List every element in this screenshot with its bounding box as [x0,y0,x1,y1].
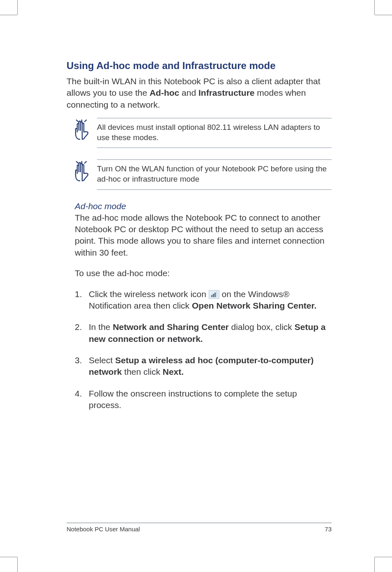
footer-title: Notebook PC User Manual [67,526,140,533]
adhoc-subheading: Ad-hoc mode [75,201,332,211]
adhoc-body: The ad-hoc mode allows the Notebook PC t… [75,212,332,258]
section-title: Using Ad-hoc mode and Infrastructure mod… [67,60,332,72]
bold-adhoc: Ad-hoc [150,88,179,97]
text: In the [89,322,113,332]
note-block-2: Turn ON the WLAN function of your Notebo… [72,159,332,189]
step-4: Follow the onscreen instructions to comp… [75,388,332,411]
text: dialog box, click [229,322,295,332]
note-text-1: All devices must install optional 802.11… [97,118,332,148]
text: Select [89,355,115,365]
step-1: Click the wireless network icon on the W… [75,288,332,312]
bold-open-network: Open Network Sharing Center. [192,301,316,310]
adhoc-use-intro: To use the ad-hoc mode: [75,268,332,279]
page-content: Using Ad-hoc mode and Infrastructure mod… [17,15,375,557]
text: and [179,88,198,97]
note-text-2: Turn ON the WLAN function of your Notebo… [97,159,332,189]
svg-line-3 [76,161,78,163]
intro-paragraph: The built-in WLAN in this Notebook PC is… [67,76,332,111]
wireless-signal-icon [209,290,219,299]
hand-icon [72,161,91,183]
page-number: 73 [325,526,332,533]
bold-infrastructure: Infrastructure [198,88,255,97]
steps-list: Click the wireless network icon on the W… [75,288,332,411]
bold-next: Next. [163,367,184,376]
text: Follow the onscreen instructions to comp… [89,389,297,410]
text: Click the wireless network icon [89,289,209,299]
svg-line-0 [76,120,78,122]
step-2: In the Network and Sharing Center dialog… [75,321,332,345]
note-block-1: All devices must install optional 802.11… [72,118,332,148]
text: then click [122,367,163,376]
svg-line-5 [85,161,86,163]
page-footer: Notebook PC User Manual 73 [67,523,332,533]
hand-icon [72,120,91,142]
step-3: Select Setup a wireless ad hoc (computer… [75,355,332,378]
svg-line-2 [85,120,86,122]
bold-nsc: Network and Sharing Center [113,322,228,332]
